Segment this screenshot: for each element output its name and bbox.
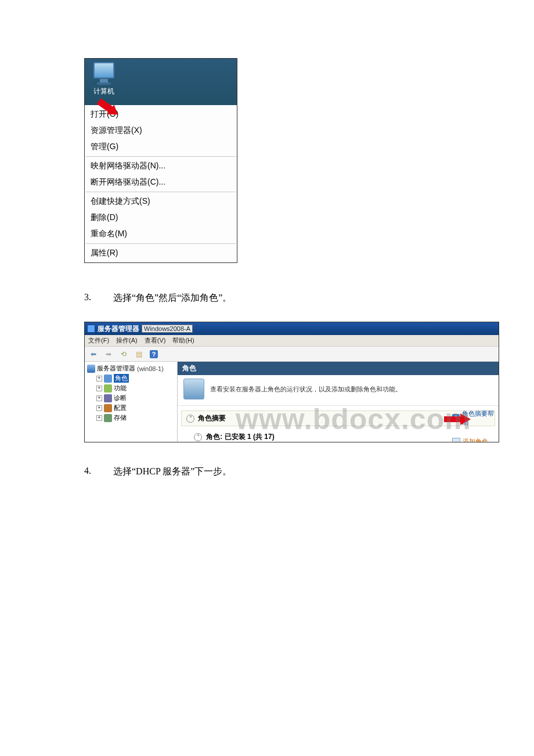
roles-large-icon	[183, 379, 204, 399]
help-icon: ?	[150, 350, 158, 358]
menu-item-delete[interactable]: 删除(D)	[85, 210, 237, 226]
tree-row-roles[interactable]: + 角色	[86, 373, 176, 383]
detail-banner-text: 查看安装在服务器上角色的运行状况，以及添加或删除角色和功能。	[210, 385, 402, 394]
instruction-step-4: 4. 选择“DHCP 服务器”下一步。	[84, 466, 453, 478]
annotation-arrow	[444, 413, 471, 427]
context-menu: 打开(O) 资源管理器(X) 管理(G) 映射网络驱动器(N)... 断开网络驱…	[85, 105, 237, 262]
tree-row-storage[interactable]: + 存储	[86, 413, 176, 423]
hostname-badge: Windows2008-A	[142, 325, 193, 333]
toolbar: ⬅ ➡ ⟲ ▤ ?	[85, 347, 499, 362]
features-icon	[104, 384, 112, 393]
tree-row-config[interactable]: + 配置	[86, 403, 176, 413]
diagnostics-icon	[104, 394, 112, 402]
window-title: 服务器管理器	[98, 324, 139, 334]
add-role-label: 添加角色	[463, 437, 488, 442]
collapse-icon[interactable]: ˄	[186, 415, 194, 423]
tree-row-features[interactable]: + 功能	[86, 383, 176, 393]
expand-icon[interactable]: +	[96, 395, 102, 401]
roles-installed-line: ˄ 角色: 已安装 1 (共 17)	[178, 426, 499, 442]
toolbar-up-button[interactable]: ⟲	[117, 348, 130, 360]
window-titlebar[interactable]: 服务器管理器 Windows2008-A	[85, 322, 499, 335]
menu-item-explorer[interactable]: 资源管理器(X)	[85, 123, 237, 139]
tree-label-config: 配置	[114, 404, 127, 412]
tree-root-row[interactable]: 服务器管理器 (win08-1)	[86, 363, 176, 373]
menu-separator	[86, 243, 236, 244]
instruction-text: 选择“角色”然后“添加角色”。	[113, 292, 453, 304]
tree-label-diagnostics: 诊断	[114, 394, 127, 402]
server-icon	[87, 365, 95, 373]
config-icon	[104, 404, 112, 412]
nav-back-button[interactable]: ⬅	[87, 348, 100, 360]
nav-forward-button[interactable]: ➡	[102, 348, 115, 360]
collapse-icon[interactable]: ˄	[194, 433, 202, 441]
monitor-icon	[93, 62, 114, 78]
menu-separator	[86, 192, 236, 192]
instruction-step-3: 3. 选择“角色”然后“添加角色”。	[84, 292, 453, 304]
menu-item-shortcut[interactable]: 创建快捷方式(S)	[85, 193, 237, 210]
figure-computer-context-menu: 计算机 打开(O) 资源管理器(X) 管理(G) 映射网络驱动器(N)... 断…	[84, 58, 237, 263]
section-header-label: 角色摘要	[198, 413, 226, 423]
menu-view[interactable]: 查看(V)	[141, 336, 169, 345]
window-icon	[87, 325, 95, 333]
svg-marker-1	[444, 413, 471, 425]
menu-item-disconnect-drive[interactable]: 断开网络驱动器(C)...	[85, 174, 237, 190]
tree-root-host: (win08-1)	[137, 365, 164, 372]
figure-server-manager: 服务器管理器 Windows2008-A 文件(F) 操作(A) 查看(V) 帮…	[84, 322, 499, 442]
tree-label-storage: 存储	[114, 413, 127, 422]
instruction-number: 3.	[84, 292, 113, 304]
expand-icon[interactable]: +	[96, 376, 102, 381]
menu-action[interactable]: 操作(A)	[113, 336, 141, 345]
detail-banner: 查看安装在服务器上角色的运行状况，以及添加或删除角色和功能。	[178, 375, 499, 406]
expand-icon[interactable]: +	[96, 415, 102, 421]
document-page: 计算机 打开(O) 资源管理器(X) 管理(G) 映射网络驱动器(N)... 断…	[0, 0, 534, 756]
menu-file[interactable]: 文件(F)	[85, 336, 113, 345]
tree-label-features: 功能	[114, 384, 127, 393]
link-add-role[interactable]: 添加角色	[452, 436, 499, 442]
roles-installed-text: 角色: 已安装 1 (共 17)	[206, 433, 274, 441]
instruction-number: 4.	[84, 466, 113, 478]
tree-row-diagnostics[interactable]: + 诊断	[86, 393, 176, 403]
expand-icon[interactable]: +	[96, 386, 102, 391]
window-body: 服务器管理器 (win08-1) + 角色 + 功能 + 诊断	[85, 362, 499, 442]
expand-icon[interactable]: +	[96, 405, 102, 411]
computer-desktop-icon[interactable]: 计算机	[89, 62, 118, 96]
desktop-background: 计算机	[85, 59, 237, 105]
computer-icon-label: 计算机	[89, 87, 118, 96]
instruction-text: 选择“DHCP 服务器”下一步。	[113, 466, 453, 478]
menu-help[interactable]: 帮助(H)	[169, 336, 197, 345]
menu-item-manage[interactable]: 管理(G)	[85, 139, 237, 155]
add-role-icon	[452, 438, 460, 443]
tree-label-roles: 角色	[114, 374, 129, 383]
storage-icon	[104, 414, 112, 422]
toolbar-properties-button[interactable]: ▤	[132, 348, 145, 360]
menu-separator	[86, 156, 236, 157]
menu-item-map-drive[interactable]: 映射网络驱动器(N)...	[85, 158, 237, 174]
tree-root-label: 服务器管理器	[97, 364, 135, 373]
menu-item-rename[interactable]: 重命名(M)	[85, 226, 237, 242]
toolbar-help-button[interactable]: ?	[147, 348, 160, 360]
roles-icon	[104, 375, 112, 383]
tree-panel: 服务器管理器 (win08-1) + 角色 + 功能 + 诊断	[85, 362, 178, 442]
detail-panel: 角色 查看安装在服务器上角色的运行状况，以及添加或删除角色和功能。 ˄ 角色摘要…	[178, 362, 499, 442]
detail-panel-title: 角色	[178, 362, 499, 375]
monitor-base-icon	[97, 82, 111, 85]
menu-item-properties[interactable]: 属性(R)	[85, 245, 237, 261]
menu-bar: 文件(F) 操作(A) 查看(V) 帮助(H)	[85, 335, 499, 347]
